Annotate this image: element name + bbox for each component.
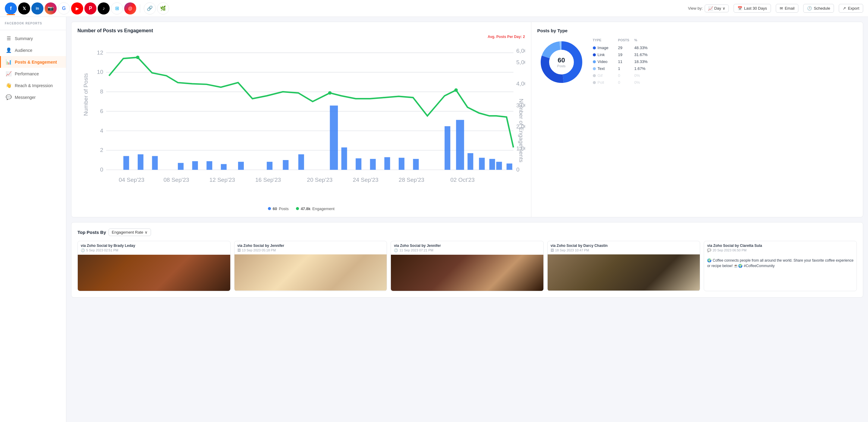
nav-right-controls: View by: 📈 Day ∨ 📅 Last 30 Days ✉ Email … [688,4,863,13]
post-meta-0: via Zoho Social by Brady Leday 🕐 5 Sep 2… [78,241,230,255]
post-date-2: 🕐 11 Sep 2023 07:21 PM [394,248,540,252]
donut-row-video: Video 11 18.33% [593,58,652,65]
posts-engagement-card: Number of Posts vs Engagement Avg. Posts… [71,22,863,217]
svg-rect-24 [138,154,144,170]
svg-rect-45 [490,159,495,170]
legend-engagement: 47.8k Engagement [296,207,335,211]
main-layout: FACEBOOK REPORTS ☰ Summary 👤 Audience 📊 … [0,17,868,422]
nav-icon-microsoft[interactable]: ⊞ [111,2,123,14]
type-gif: Gif [593,73,617,78]
chart-legend: 60 Posts 47.8k Engagement [78,207,525,211]
svg-rect-23 [123,156,129,170]
svg-rect-30 [238,162,244,170]
post-author-2: via Zoho Social by Jennifer [394,244,540,248]
svg-text:2: 2 [100,147,103,153]
chevron-down-icon: ∨ [145,230,148,235]
post-author-1: via Zoho Social by Jennifer [238,244,384,248]
email-button[interactable]: ✉ Email [776,4,799,13]
dot-image [593,47,596,50]
export-button[interactable]: ↗ Export [839,4,863,13]
nav-icon-youtube[interactable]: ▶ [71,2,83,14]
nav-icon-tiktok[interactable]: ♪ [98,2,110,14]
nav-icon-twitter[interactable]: 𝕏 [18,2,30,14]
post-date-1: 🖼 13 Sep 2023 05:18 PM [238,248,384,252]
count-text: 1 [618,66,633,71]
donut-table: TYPE POSTS % Image 29 48.33% [593,38,652,86]
sidebar-item-summary[interactable]: ☰ Summary [0,33,66,44]
sidebar-label-reach: Reach & Impression [15,83,53,88]
pct-text: 1.67% [634,66,652,71]
donut-row-image: Image 29 48.33% [593,44,652,51]
day-selector[interactable]: 📈 Day ∨ [705,4,729,12]
dot-text [593,67,596,70]
top-posts-header: Top Posts By Engagement Rate ∨ [78,229,857,236]
post-date-0: 🕐 5 Sep 2023 02:51 PM [81,248,227,252]
svg-text:12 Sep'23: 12 Sep'23 [210,177,235,183]
nav-icon-instagram[interactable]: 📷 [44,2,57,14]
dot-gif [593,74,596,77]
sidebar-label-posts-engagement: Posts & Engagement [15,60,57,64]
count-gif: 0 [618,73,633,78]
chat-icon-4: 💬 [707,248,711,252]
svg-text:04 Sep'23: 04 Sep'23 [119,177,144,183]
top-posts-card: Top Posts By Engagement Rate ∨ via Zoho … [71,222,863,298]
legend-posts-dot [268,207,271,210]
sidebar-item-audience[interactable]: 👤 Audience [0,44,66,56]
post-card-3: via Zoho Social by Darcy Chastin 🖼 18 Se… [547,241,701,291]
sidebar-item-performance[interactable]: 📈 Performance [0,68,66,80]
chart-section: Number of Posts vs Engagement Avg. Posts… [71,22,531,217]
donut-row-text: Text 1 1.67% [593,65,652,72]
post-date-4: 💬 20 Sep 2023 06:50 PM [707,248,854,252]
post-meta-4: via Zoho Social by Claretta Sula 💬 20 Se… [704,241,857,255]
dropdown-label: Engagement Rate [112,230,144,235]
type-image: Image [593,46,617,50]
engagement-rate-dropdown[interactable]: Engagement Rate ∨ [108,229,151,236]
sidebar-label-summary: Summary [15,36,33,41]
post-author-4: via Zoho Social by Claretta Sula [707,244,854,248]
post-meta-1: via Zoho Social by Jennifer 🖼 13 Sep 202… [235,241,387,254]
legend-posts: 60 Posts [268,207,289,211]
clock-icon-0: 🕐 [81,248,85,252]
post-text-4: 🌍 Coffee connects people from all around… [704,255,857,272]
sidebar-item-posts-engagement[interactable]: 📊 Posts & Engagement [0,56,66,68]
nav-icon-threads[interactable]: @ [124,2,136,14]
posts-grid: via Zoho Social by Brady Leday 🕐 5 Sep 2… [78,241,857,291]
post-card-4: via Zoho Social by Claretta Sula 💬 20 Se… [704,241,857,291]
image-icon-1: 🖼 [238,248,241,252]
audience-icon: 👤 [6,47,12,53]
nav-icon-pinterest[interactable]: P [84,2,96,14]
svg-text:4,000: 4,000 [516,81,525,87]
donut-row-link: Link 19 31.67% [593,51,652,58]
date-range-button[interactable]: 📅 Last 30 Days [734,4,771,13]
dot-link [593,53,596,56]
chart-title: Number of Posts vs Engagement [78,28,525,33]
top-navigation: f 𝕏 in 📷 G ▶ P ♪ ⊞ @ 🔗 🌿 View by: 📈 Day [0,0,868,17]
nav-icon-sprout[interactable]: 🌿 [157,2,169,14]
nav-icon-facebook[interactable]: f [5,2,17,14]
count-image: 29 [618,46,633,50]
messenger-icon: 💬 [6,94,12,100]
svg-rect-28 [207,161,212,170]
svg-rect-25 [152,156,158,170]
nav-icon-linkedin[interactable]: in [31,2,43,14]
pct-link: 31.67% [634,53,652,57]
nav-icon-google[interactable]: G [58,2,70,14]
post-card-0: via Zoho Social by Brady Leday 🕐 5 Sep 2… [78,241,230,291]
donut-chart: 60 Posts [537,38,586,86]
chart-wrapper: 0 2 4 6 8 10 12 0 1,000 2,000 3,000 4,00… [78,41,525,203]
calendar-icon: 📅 [738,6,742,10]
post-meta-3: via Zoho Social by Darcy Chastin 🖼 18 Se… [548,241,700,254]
sidebar-item-reach-impression[interactable]: 👋 Reach & Impression [0,80,66,91]
donut-row-poll: Poll 0 0% [593,79,652,86]
schedule-button[interactable]: 🕐 Schedule [803,4,834,13]
nav-icon-group: f 𝕏 in 📷 G ▶ P ♪ ⊞ @ 🔗 🌿 [5,2,688,14]
nav-icon-link[interactable]: 🔗 [144,2,156,14]
sidebar-item-messenger[interactable]: 💬 Messenger [0,91,66,103]
legend-engagement-dot [296,207,299,210]
count-poll: 0 [618,80,633,85]
post-image-2 [391,255,544,291]
col-type: TYPE [593,38,617,42]
donut-title: Posts by Type [537,28,857,33]
svg-text:0: 0 [516,167,520,173]
post-date-3: 🖼 18 Sep 2023 10:47 PM [551,248,697,252]
